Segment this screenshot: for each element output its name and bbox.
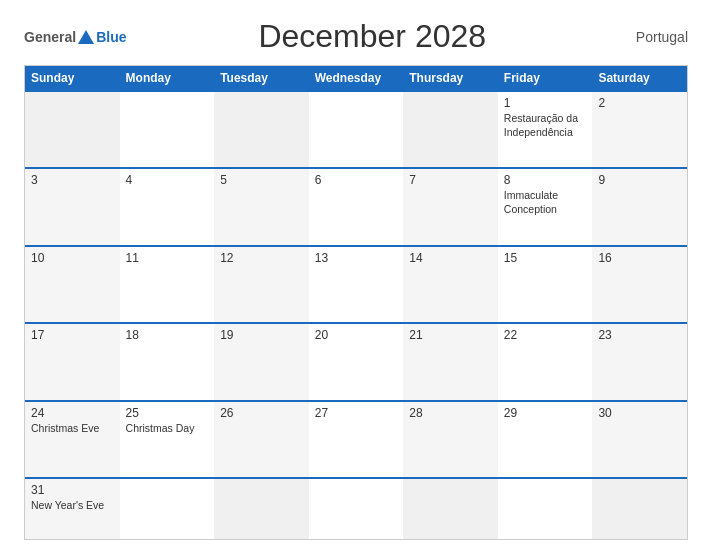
day-event: Christmas Day: [126, 422, 209, 436]
day-number: 12: [220, 251, 303, 265]
day-number: 23: [598, 328, 681, 342]
cal-cell: 23: [592, 324, 687, 399]
country-label: Portugal: [618, 29, 688, 45]
day-number: 3: [31, 173, 114, 187]
day-number: 29: [504, 406, 587, 420]
cal-cell: 19: [214, 324, 309, 399]
calendar-header: SundayMondayTuesdayWednesdayThursdayFrid…: [25, 66, 687, 90]
cal-cell: [25, 92, 120, 167]
day-number: 13: [315, 251, 398, 265]
cal-cell: 4: [120, 169, 215, 244]
day-number: 10: [31, 251, 114, 265]
day-event: Restauração da Independência: [504, 112, 587, 139]
cal-cell: 8Immaculate Conception: [498, 169, 593, 244]
cal-cell: 26: [214, 402, 309, 477]
day-number: 6: [315, 173, 398, 187]
cal-cell: 12: [214, 247, 309, 322]
day-number: 27: [315, 406, 398, 420]
cal-cell: [403, 479, 498, 539]
cal-cell: 16: [592, 247, 687, 322]
page-title: December 2028: [126, 18, 618, 55]
cal-cell: [403, 92, 498, 167]
header-day-friday: Friday: [498, 66, 593, 90]
cal-cell: [214, 92, 309, 167]
day-event: Immaculate Conception: [504, 189, 587, 216]
day-number: 18: [126, 328, 209, 342]
cal-cell: 27: [309, 402, 404, 477]
cal-cell: [120, 92, 215, 167]
day-number: 26: [220, 406, 303, 420]
calendar-page: General Blue December 2028 Portugal Sund…: [0, 0, 712, 550]
cal-cell: 25Christmas Day: [120, 402, 215, 477]
cal-cell: 29: [498, 402, 593, 477]
cal-cell: [498, 479, 593, 539]
day-number: 1: [504, 96, 587, 110]
cal-cell: 24Christmas Eve: [25, 402, 120, 477]
cal-cell: 13: [309, 247, 404, 322]
header-day-wednesday: Wednesday: [309, 66, 404, 90]
cal-cell: 28: [403, 402, 498, 477]
cal-cell: [592, 479, 687, 539]
day-number: 31: [31, 483, 114, 497]
day-number: 14: [409, 251, 492, 265]
cal-cell: 18: [120, 324, 215, 399]
cal-cell: 2: [592, 92, 687, 167]
header: General Blue December 2028 Portugal: [24, 18, 688, 55]
cal-cell: 15: [498, 247, 593, 322]
week-row-5: 24Christmas Eve25Christmas Day2627282930: [25, 400, 687, 477]
cal-cell: 3: [25, 169, 120, 244]
cal-cell: 30: [592, 402, 687, 477]
day-number: 4: [126, 173, 209, 187]
cal-cell: 22: [498, 324, 593, 399]
day-number: 17: [31, 328, 114, 342]
week-row-3: 10111213141516: [25, 245, 687, 322]
day-number: 30: [598, 406, 681, 420]
cal-cell: [309, 92, 404, 167]
day-number: 28: [409, 406, 492, 420]
cal-cell: 5: [214, 169, 309, 244]
cal-cell: 10: [25, 247, 120, 322]
week-row-2: 345678Immaculate Conception9: [25, 167, 687, 244]
day-number: 8: [504, 173, 587, 187]
header-day-tuesday: Tuesday: [214, 66, 309, 90]
day-number: 25: [126, 406, 209, 420]
cal-cell: [120, 479, 215, 539]
cal-cell: [309, 479, 404, 539]
day-number: 24: [31, 406, 114, 420]
header-day-monday: Monday: [120, 66, 215, 90]
day-number: 21: [409, 328, 492, 342]
day-number: 9: [598, 173, 681, 187]
week-row-4: 17181920212223: [25, 322, 687, 399]
calendar-body: 1Restauração da Independência2345678Imma…: [25, 90, 687, 539]
cal-cell: 21: [403, 324, 498, 399]
day-event: Christmas Eve: [31, 422, 114, 436]
cal-cell: 11: [120, 247, 215, 322]
day-number: 20: [315, 328, 398, 342]
cal-cell: 6: [309, 169, 404, 244]
day-number: 2: [598, 96, 681, 110]
day-number: 5: [220, 173, 303, 187]
logo-general: General: [24, 29, 76, 45]
week-row-1: 1Restauração da Independência2: [25, 90, 687, 167]
cal-cell: 20: [309, 324, 404, 399]
logo: General Blue: [24, 29, 126, 45]
week-row-6: 31New Year's Eve: [25, 477, 687, 539]
day-number: 19: [220, 328, 303, 342]
day-event: New Year's Eve: [31, 499, 114, 513]
day-number: 22: [504, 328, 587, 342]
logo-triangle-icon: [78, 30, 94, 44]
cal-cell: 17: [25, 324, 120, 399]
header-day-thursday: Thursday: [403, 66, 498, 90]
cal-cell: 14: [403, 247, 498, 322]
day-number: 16: [598, 251, 681, 265]
logo-blue: Blue: [96, 29, 126, 45]
day-number: 7: [409, 173, 492, 187]
calendar: SundayMondayTuesdayWednesdayThursdayFrid…: [24, 65, 688, 540]
cal-cell: 31New Year's Eve: [25, 479, 120, 539]
day-number: 15: [504, 251, 587, 265]
cal-cell: 9: [592, 169, 687, 244]
header-day-sunday: Sunday: [25, 66, 120, 90]
cal-cell: [214, 479, 309, 539]
day-number: 11: [126, 251, 209, 265]
cal-cell: 1Restauração da Independência: [498, 92, 593, 167]
